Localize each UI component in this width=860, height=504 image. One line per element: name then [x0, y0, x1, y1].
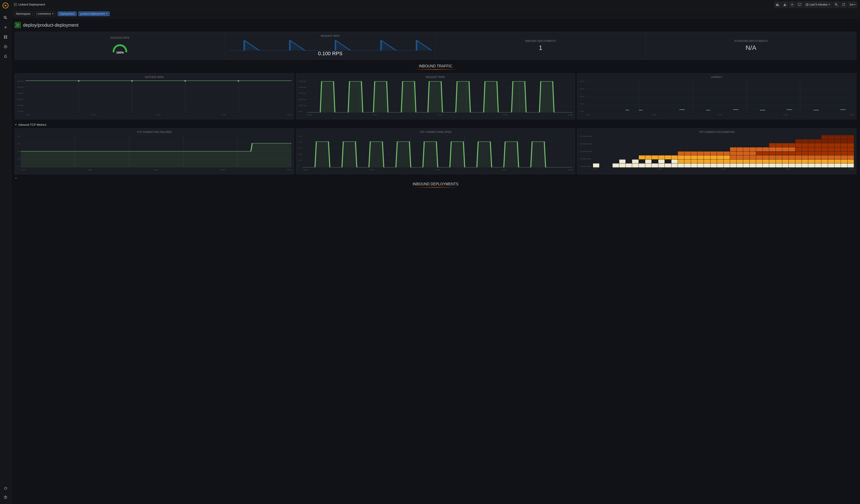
chevron-down-icon: [828, 4, 830, 5]
app-logo: [2, 2, 9, 9]
sidebar-item-alerts[interactable]: [1, 52, 10, 60]
collapse-chevron-icon: [15, 177, 17, 179]
svg-line-25: [837, 5, 838, 6]
svg-point-21: [791, 3, 793, 6]
y-label-4: 80.00%: [17, 104, 25, 106]
deployment-value-text: product-deployment: [81, 12, 105, 15]
inbound-deployments-heading: INBOUND DEPLOYMENTS: [413, 182, 458, 186]
svg-rect-8: [6, 37, 7, 39]
svg-point-20: [792, 4, 793, 5]
sidebar-item-dashboard[interactable]: [1, 33, 10, 41]
svg-rect-22: [798, 3, 801, 5]
topbar-actions: Last 5 minutes 1m: [774, 1, 857, 8]
svg-point-1: [4, 16, 6, 18]
svg-line-2: [6, 18, 7, 19]
x-label-1359: 13:59: [287, 114, 291, 116]
tcp-open-title: TCP CONNECTIONS OPEN: [299, 131, 573, 133]
heatmap-container: 13:55 13:56 13:57 13:58 13:59: [593, 135, 854, 170]
tcp-duration-title: TCP CONNECTION DURATION: [579, 131, 854, 133]
svg-marker-53: [307, 82, 573, 112]
svg-rect-6: [6, 35, 7, 37]
sidebar: [0, 0, 11, 504]
namespace-filter[interactable]: Namespace: [14, 12, 33, 16]
inbound-deployments-divider: [413, 187, 459, 188]
svg-marker-81: [21, 143, 291, 168]
tcp-open-svg: [303, 135, 573, 168]
y-label-5: 75.00%: [17, 110, 25, 112]
sidebar-item-search[interactable]: [1, 14, 10, 22]
success-rate-card: SUCCESS RATE 100%: [15, 32, 225, 59]
inbound-traffic-heading: INBOUND TRAFFIC: [419, 64, 452, 68]
app-title-text: Linkerd Deployment: [18, 3, 45, 6]
settings-button[interactable]: [789, 1, 796, 8]
inbound-tcp-toggle[interactable]: Inbound TCP Metrics: [15, 121, 856, 128]
collapse-toggle[interactable]: [15, 176, 856, 180]
interval-selector[interactable]: 1m: [848, 1, 857, 8]
deployment-value-filter[interactable]: product-deployment: [78, 12, 110, 16]
topbar-title: Linkerd Deployment: [14, 3, 772, 6]
y-label-3: 85.00%: [17, 98, 25, 100]
stats-row: SUCCESS RATE 100% REQUEST RATE: [15, 32, 856, 60]
svg-rect-17: [776, 4, 777, 6]
x-label-1357: 13:57: [156, 114, 161, 116]
request-rate-value: 0.100 RPS: [318, 51, 342, 57]
inbound-latency-chart: LATENCY 40 ms 30 ms 20 ms 10 ms 0 ms: [577, 73, 856, 119]
tcp-metrics-charts: TCP CONNECTION FAILURES 4.0 3.0 2.0 1.0 …: [15, 128, 856, 174]
inbound-deployments-value: 1: [539, 44, 542, 52]
svg-rect-19: [778, 4, 779, 6]
deployment-filter[interactable]: Deployment: [58, 12, 76, 16]
inbound-request-rate-title: REQUEST RATE: [299, 76, 573, 78]
inbound-traffic-section-header: INBOUND TRAFFIC: [15, 64, 856, 70]
main-area: Linkerd Deployment: [11, 0, 860, 504]
sidebar-item-explore[interactable]: [1, 43, 10, 51]
sidebar-item-sync[interactable]: [1, 484, 10, 492]
y-label-1: 95.00%: [17, 86, 25, 88]
time-range-text: Last 5 minutes: [809, 3, 827, 6]
deployment-chevron-icon: [106, 13, 108, 15]
svg-rect-16: [16, 5, 17, 6]
x-label-1356: 13:56: [91, 114, 96, 116]
inbound-success-rate-chart: SUCCESS RATE 100.00% 95.00% 90.00% 85.00…: [15, 73, 294, 119]
tcp-failures-svg: [21, 135, 291, 168]
dashboard-button[interactable]: [782, 1, 788, 8]
section-divider: [413, 69, 459, 70]
success-rate-chart-svg: [26, 80, 291, 112]
namespace-value-filter[interactable]: i-commerce: [34, 12, 56, 16]
refresh-button[interactable]: [841, 1, 847, 8]
inbound-success-rate-title: SUCCESS RATE: [17, 76, 291, 78]
linkerd-logo-icon: [15, 22, 21, 28]
chevron-down-small-icon: [15, 124, 17, 126]
tcp-failures-chart: TCP CONNECTION FAILURES 4.0 3.0 2.0 1.0 …: [15, 128, 294, 174]
chart-type-button[interactable]: [774, 1, 781, 8]
x-label-1355: 13:55: [26, 114, 30, 116]
svg-rect-27: [15, 22, 20, 28]
interval-chevron-icon: [854, 4, 856, 5]
success-rate-label: SUCCESS RATE: [110, 37, 129, 39]
comment-button[interactable]: [796, 1, 803, 8]
page-header: deploy/product-deployment: [15, 22, 856, 28]
y-label-0: 100.00%: [17, 80, 25, 82]
inbound-deployments-card: INBOUND DEPLOYMENTS 1: [435, 32, 646, 59]
sidebar-item-help[interactable]: [1, 493, 10, 502]
outbound-deployments-label: OUTBOUND DEPLOYMENTS: [734, 40, 768, 42]
tcp-open-chart: TCP CONNECTIONS OPEN 1.25 1.00 0.75 0.50…: [296, 128, 575, 174]
request-rate-label: REQUEST RATE: [321, 35, 340, 37]
zoom-out-button[interactable]: [833, 1, 840, 8]
svg-rect-7: [4, 37, 5, 39]
y-label-2: 90.00%: [17, 92, 25, 94]
svg-point-12: [5, 498, 6, 499]
svg-rect-14: [16, 3, 17, 4]
topbar: Linkerd Deployment: [11, 0, 860, 9]
request-rate-chart-svg: [307, 80, 573, 112]
inbound-traffic-charts: SUCCESS RATE 100.00% 95.00% 90.00% 85.00…: [15, 73, 856, 119]
request-rate-sparkline: [229, 39, 432, 51]
grid-icon: [14, 3, 17, 6]
namespace-value-text: i-commerce: [37, 12, 51, 15]
inbound-tcp-heading: Inbound TCP Metrics: [18, 123, 46, 127]
tcp-failures-title: TCP CONNECTION FAILURES: [17, 131, 291, 133]
svg-marker-28: [229, 40, 432, 51]
request-rate-card: REQUEST RATE 0.100 RPS: [225, 32, 436, 59]
svg-point-10: [5, 46, 6, 47]
time-range-selector[interactable]: Last 5 minutes: [804, 1, 832, 8]
sidebar-item-add[interactable]: [1, 23, 10, 31]
